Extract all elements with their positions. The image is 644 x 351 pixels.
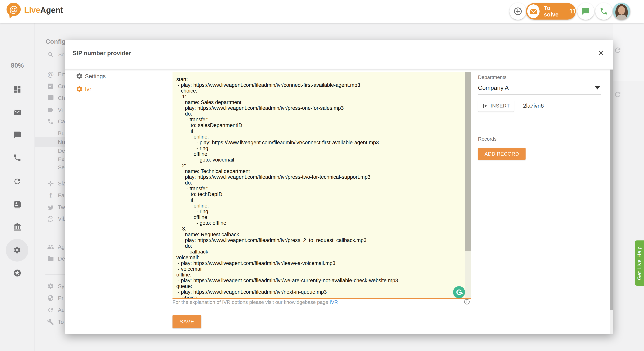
modal-header: SIP number provider × [65, 40, 613, 69]
sync-icon [47, 307, 54, 314]
textarea-scrollbar[interactable] [465, 72, 471, 298]
app-screen: 80% Configur Sea @Em Co Ch Vi Ca Bu Nu D… [0, 0, 644, 351]
people-icon [47, 243, 54, 250]
sip-number-provider-modal: SIP number provider × Settings Ivr start… [65, 40, 613, 334]
add-record-button[interactable]: ADD RECORD [478, 148, 526, 160]
modal-menu-divider [161, 69, 162, 334]
records-label: Records [478, 136, 496, 142]
chat-icon [582, 7, 590, 15]
grammarly-icon[interactable]: G [453, 286, 465, 298]
wrench-icon [47, 319, 54, 325]
logo-text-live: Live [24, 5, 40, 14]
contact-card-icon[interactable] [13, 200, 22, 209]
sync-icon[interactable] [13, 177, 22, 186]
modal-scrollbar-thumb[interactable] [610, 70, 613, 310]
star-circle-icon[interactable] [13, 269, 22, 277]
get-live-help-label: Get Live Help [636, 246, 642, 280]
modal-scrollbar[interactable] [610, 69, 613, 334]
logo-text-agent: Agent [40, 5, 63, 14]
sidebar-rail: 80% [0, 22, 34, 351]
departments-label: Departments [478, 74, 506, 80]
shield-icon [47, 295, 54, 302]
plus-icon [513, 7, 522, 16]
phone-icon[interactable] [13, 153, 22, 162]
logo-bubble-icon: @ [5, 3, 22, 18]
search-icon [48, 51, 54, 58]
viber-icon [47, 215, 54, 222]
gear-icon[interactable] [13, 246, 22, 254]
get-live-help-tab[interactable]: Get Live Help [635, 240, 644, 286]
slack-icon [47, 180, 54, 187]
divider [46, 274, 65, 275]
refresh-icon[interactable] [614, 46, 622, 54]
gear-icon [76, 73, 83, 80]
zoom-level-badge: 80% [0, 62, 34, 69]
ivr-helper-text: For the explanation of IVR options pleas… [172, 299, 338, 305]
facebook-icon: f [47, 192, 54, 199]
chevron-down-icon [595, 86, 600, 89]
twitter-icon [47, 204, 54, 211]
top-header: @ LiveAgent To solve 11 [0, 0, 644, 22]
phone-icon [47, 118, 54, 125]
videocam-icon [47, 106, 54, 113]
folder-icon [47, 255, 54, 262]
modal-tab-settings[interactable]: Settings [65, 69, 161, 83]
info-icon[interactable] [464, 299, 470, 305]
departments-select[interactable]: Company A [478, 82, 601, 95]
note-icon [47, 83, 54, 90]
at-icon: @ [47, 71, 54, 78]
chat-icon[interactable] [13, 131, 22, 139]
add-button[interactable] [510, 3, 526, 20]
refresh-icon[interactable] [614, 90, 622, 98]
ivr-knowledgebase-link[interactable]: IVR [330, 299, 338, 305]
user-avatar[interactable] [613, 3, 630, 20]
close-icon[interactable]: × [594, 46, 608, 59]
liveagent-logo[interactable]: @ LiveAgent [5, 3, 63, 18]
envelope-icon [530, 9, 537, 14]
envelope-badge [527, 4, 540, 18]
textarea-scrollbar-thumb[interactable] [465, 72, 471, 251]
chat-status-button[interactable] [577, 3, 594, 20]
gear-icon [47, 283, 54, 290]
bank-icon[interactable] [13, 223, 22, 231]
modal-title: SIP number provider [73, 50, 131, 57]
ivr-config-textarea[interactable]: start: - play: https://www.liveagent.com… [172, 72, 471, 299]
phone-icon [600, 7, 608, 15]
to-solve-count: 11 [569, 8, 576, 15]
gear-icon [76, 85, 83, 93]
dashboard-icon[interactable] [13, 85, 22, 94]
divider [46, 234, 65, 234]
phone-status-button[interactable] [595, 3, 612, 20]
mail-icon[interactable] [13, 108, 22, 117]
insert-button[interactable]: INSERT [478, 100, 514, 112]
insert-code-value: 2la7ivn6 [523, 103, 544, 109]
to-solve-label: To solve [544, 5, 564, 18]
insert-left-icon [482, 103, 488, 109]
modal-tab-ivr[interactable]: Ivr [65, 82, 161, 96]
to-solve-pill[interactable]: To solve 11 [526, 3, 576, 19]
departments-selected-value: Company A [478, 84, 509, 91]
save-button[interactable]: SAVE [172, 315, 201, 328]
header-shadow [65, 69, 613, 71]
chat-icon [47, 95, 54, 101]
